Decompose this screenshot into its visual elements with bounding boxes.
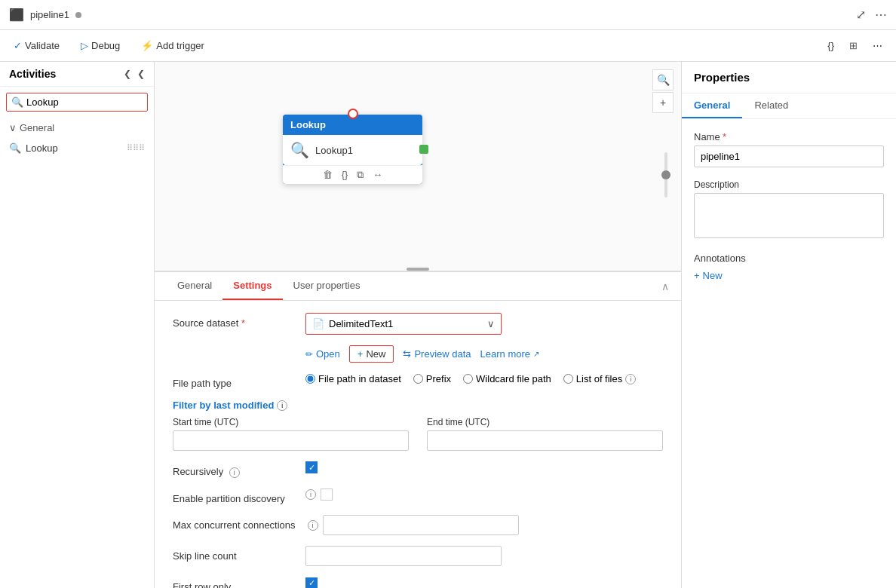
required-star: * xyxy=(241,317,245,329)
partition-checkbox[interactable] xyxy=(321,488,333,501)
description-textarea[interactable] xyxy=(694,193,884,238)
end-time-input[interactable] xyxy=(427,430,663,451)
max-connections-info-icon[interactable]: i xyxy=(308,520,318,531)
minimize-icon[interactable]: ❮ xyxy=(137,69,145,79)
node-title: Lookup xyxy=(290,119,326,130)
bottom-tabs: General Settings User properties ∧ xyxy=(155,272,681,301)
code-button[interactable]: {} xyxy=(823,37,839,54)
bottom-panel: General Settings User properties ∧ Sourc… xyxy=(155,271,681,588)
validate-icon: ✓ xyxy=(14,40,22,51)
debug-label: Debug xyxy=(91,40,120,51)
annotations-new-label: New xyxy=(703,270,723,281)
skip-line-label: Skip line count xyxy=(173,546,293,562)
template-button[interactable]: ⊞ xyxy=(845,37,862,54)
canvas[interactable]: Lookup 🔍 Lookup1 🗑 {} ⧉ ↔ 🔍 + xyxy=(155,62,681,271)
toolbar-right: {} ⊞ ⋯ xyxy=(823,37,887,54)
new-button[interactable]: + New xyxy=(349,345,394,363)
sidebar-search-box: 🔍 xyxy=(6,93,148,112)
max-connections-row: Max concurrent connections i xyxy=(173,515,663,535)
sidebar-item-label: Lookup xyxy=(26,142,58,154)
node-connect-icon[interactable]: ↔ xyxy=(373,169,382,181)
trigger-label: Add trigger xyxy=(156,40,204,51)
toolbar: ✓ Validate ▷ Debug ⚡ Add trigger {} ⊞ ⋯ xyxy=(0,30,896,62)
template-icon: ⊞ xyxy=(849,40,858,51)
source-dataset-select[interactable]: 📄 DelimitedText1 ∨ xyxy=(305,313,502,335)
zoom-slider[interactable] xyxy=(664,152,667,198)
sidebar-title: Activities xyxy=(9,68,56,80)
form-actions: ✏ Open + New ⇆ Preview data Learn more ↗ xyxy=(305,345,663,363)
tab-settings[interactable]: Settings xyxy=(222,272,282,300)
chevron-down-icon: ∨ xyxy=(9,122,17,133)
plus-icon: + xyxy=(357,348,364,360)
section-label: General xyxy=(20,122,54,133)
expand-icon[interactable]: ⤢ xyxy=(856,8,866,22)
first-row-checkbox-container: ✓ xyxy=(305,577,318,588)
panel-divider xyxy=(407,268,429,271)
filter-info-icon[interactable]: i xyxy=(277,400,287,411)
collapse-icon[interactable]: ❮ xyxy=(124,69,131,79)
skip-line-input-container xyxy=(305,546,663,566)
radio-list-of-files[interactable]: List of files i xyxy=(563,373,636,384)
properties-tabs: General Related xyxy=(682,93,896,119)
canvas-zoom-in-btn[interactable]: + xyxy=(652,92,674,113)
drag-handle: ⠿⠿⠿ xyxy=(127,143,145,153)
preview-link[interactable]: ⇆ Preview data xyxy=(403,348,471,360)
add-trigger-button[interactable]: ⚡ Add trigger xyxy=(137,37,209,54)
node-top-connector xyxy=(348,109,358,119)
preview-icon: ⇆ xyxy=(403,348,411,360)
search-input[interactable] xyxy=(26,96,143,108)
properties-content: Name * Description Annotations + New xyxy=(682,119,896,588)
annotations-new-button[interactable]: + New xyxy=(694,270,884,281)
source-dataset-row: Source dataset * 📄 DelimitedText1 ∨ xyxy=(173,313,663,335)
more-menu-icon[interactable]: ⋯ xyxy=(875,8,887,22)
annotations-plus-icon: + xyxy=(694,270,700,281)
search-icon: 🔍 xyxy=(11,96,23,108)
node-label: Lookup1 xyxy=(315,145,353,156)
props-tab-related[interactable]: Related xyxy=(742,93,800,118)
recursively-info-icon[interactable]: i xyxy=(229,467,240,478)
lookup-node[interactable]: Lookup 🔍 Lookup1 🗑 {} ⧉ ↔ xyxy=(283,115,422,184)
name-input[interactable] xyxy=(694,145,884,167)
sidebar-item-lookup[interactable]: 🔍 Lookup ⠿⠿⠿ xyxy=(0,138,154,158)
start-time-input[interactable] xyxy=(173,430,409,451)
main-layout: Activities ❮ ❮ 🔍 ∨ General 🔍 Lookup ⠿⠿⠿ xyxy=(0,62,896,588)
recursively-checkbox-container: ✓ xyxy=(305,461,318,473)
radio-prefix[interactable]: Prefix xyxy=(413,373,451,384)
list-files-info-icon[interactable]: i xyxy=(625,374,636,384)
toolbar-more-button[interactable]: ⋯ xyxy=(868,37,887,54)
props-tab-general[interactable]: General xyxy=(682,93,742,118)
tab-user-properties[interactable]: User properties xyxy=(283,272,371,300)
open-link[interactable]: ✏ Open xyxy=(305,348,340,360)
tab-general[interactable]: General xyxy=(167,272,222,300)
max-connections-input-container: i xyxy=(308,515,663,535)
partition-label: Enable partition discovery xyxy=(173,488,293,504)
skip-line-input[interactable] xyxy=(305,546,502,566)
max-connections-input[interactable] xyxy=(323,515,519,535)
node-actions: 🗑 {} ⧉ ↔ xyxy=(283,165,422,184)
toolbar-left: ✓ Validate ▷ Debug ⚡ Add trigger xyxy=(9,37,209,54)
sidebar-general-section: ∨ General xyxy=(0,118,154,138)
unsaved-dot xyxy=(75,12,81,18)
node-icon: 🔍 xyxy=(290,141,309,159)
learn-more-link[interactable]: Learn more ↗ xyxy=(480,348,539,360)
canvas-search-btn[interactable]: 🔍 xyxy=(652,69,674,90)
skip-line-row: Skip line count xyxy=(173,546,663,566)
node-delete-icon[interactable]: 🗑 xyxy=(323,169,333,181)
first-row-checkbox[interactable]: ✓ xyxy=(305,577,318,589)
dataset-value: DelimitedText1 xyxy=(329,318,393,329)
partition-info-icon[interactable]: i xyxy=(305,489,316,500)
node-right-connector xyxy=(419,145,428,154)
debug-button[interactable]: ▷ Debug xyxy=(76,37,124,54)
radio-file-path-dataset[interactable]: File path in dataset xyxy=(305,373,401,384)
code-icon: {} xyxy=(827,40,834,51)
validate-button[interactable]: ✓ Validate xyxy=(9,37,64,54)
app-title: pipeline1 xyxy=(30,9,69,20)
panel-collapse-icon[interactable]: ∧ xyxy=(661,280,669,292)
zoom-slider-thumb[interactable] xyxy=(661,170,670,179)
edit-icon: ✏ xyxy=(305,349,313,360)
radio-wildcard[interactable]: Wildcard file path xyxy=(463,373,551,384)
sidebar-section-title[interactable]: ∨ General xyxy=(9,122,145,133)
node-code-icon[interactable]: {} xyxy=(342,169,348,181)
node-copy-icon[interactable]: ⧉ xyxy=(357,169,364,181)
recursively-checkbox[interactable]: ✓ xyxy=(305,461,318,473)
